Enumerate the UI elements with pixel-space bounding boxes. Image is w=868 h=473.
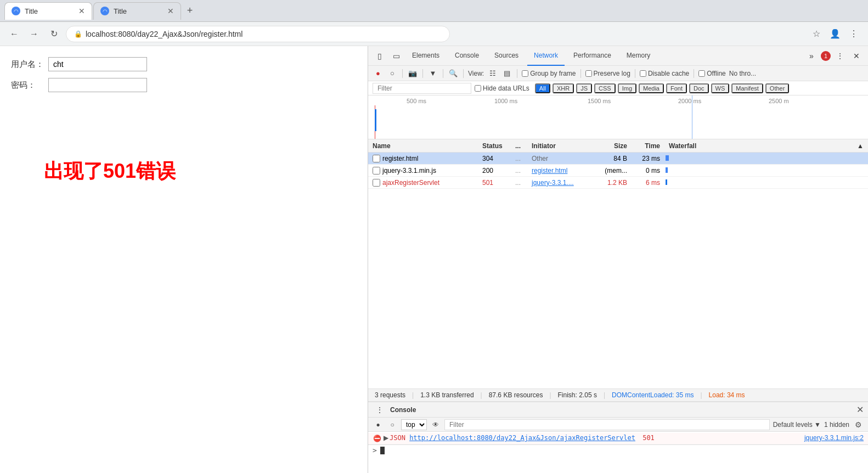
row-2-checkbox[interactable] [373,167,380,174]
console-context-select[interactable]: top [401,419,427,430]
devtools-settings-icon[interactable]: ⋮ [833,49,847,63]
console-error-row[interactable]: ⛔ ▶ JSON http://localhost:8080/day22_Aja… [368,433,868,444]
col-header-size: Size [593,142,632,150]
view-list-icon[interactable]: ☷ [487,68,498,79]
tab-1-close[interactable]: ✕ [78,7,85,15]
tab-elements[interactable]: Elements [405,46,446,66]
filter-manifest-button[interactable]: Manifest [731,83,763,93]
table-row[interactable]: register.html 304 ... Other 84 B 23 ms [368,153,868,165]
row-1-checkbox[interactable] [373,155,380,162]
new-tab-button[interactable]: + [182,3,198,19]
devtools-header: ▯ ▭ Elements Console Sources Network Per… [368,46,868,66]
search-icon[interactable]: 🔍 [448,68,459,79]
preserve-log-checkbox[interactable]: Preserve log [585,70,630,77]
lock-icon: 🔒 [74,30,82,38]
password-row: 密码： [11,78,357,92]
tab-memory[interactable]: Memory [620,46,657,66]
view-label: View: [468,70,484,77]
col-header-status: Status [478,142,511,150]
console-hidden-count: 1 hidden [824,421,849,429]
username-input[interactable] [48,57,147,71]
tab-sources[interactable]: Sources [488,46,525,66]
filter-all-button[interactable]: All [535,83,550,93]
table-row[interactable]: ajaxRegisterServlet 501 ... jquery-3.3.1… [368,177,868,189]
filter-css-button[interactable]: CSS [594,83,616,93]
record-button[interactable]: ● [373,68,384,79]
filter-img-button[interactable]: Img [618,83,636,93]
console-url-link[interactable]: http://localhost:8080/day22_Ajax&Json/aj… [409,434,635,442]
console-source-link[interactable]: jquery-3.3.1.min.js:2 [804,434,864,442]
hide-data-urls-checkbox[interactable]: Hide data URLs [475,85,529,92]
console-eye-icon[interactable]: 👁 [430,419,441,430]
filter-js-button[interactable]: JS [576,83,592,93]
console-levels-select[interactable]: Default levels ▼ [773,421,821,429]
network-table-header: Name Status ... Initiator Size Time Wate… [368,139,868,153]
view-group-icon[interactable]: ▤ [501,68,512,79]
camera-icon[interactable]: 📷 [407,68,418,79]
filter-xhr-button[interactable]: XHR [553,83,574,93]
console-row-text: JSON http://localhost:8080/day22_Ajax&Js… [390,434,804,442]
bookmark-icon[interactable]: ☆ [809,26,824,42]
group-by-frame-checkbox[interactable]: Group by frame [522,70,576,77]
console-filter-input[interactable] [444,419,770,430]
disable-cache-checkbox[interactable]: Disable cache [640,70,689,77]
console-panel: ⋮ Console ✕ ● ○ top 👁 Default levels ▼ 1… [368,402,868,473]
timeline-mark-2000: 2000 ms [678,98,701,104]
row-1-name: register.html [368,155,478,162]
console-content: ⛔ ▶ JSON http://localhost:8080/day22_Aja… [368,432,868,473]
devtools-close-icon[interactable]: ✕ [849,49,864,63]
timeline-mark-1500: 1500 ms [588,98,611,104]
row-3-initiator[interactable]: jquery-3.3.1.... [527,179,593,187]
toolbar-separator-6 [580,69,581,78]
row-2-name: jquery-3.3.1.min.js [368,167,478,174]
filter-doc-button[interactable]: Doc [689,83,709,93]
row-1-time: 23 ms [632,155,664,162]
filter-media-button[interactable]: Media [639,83,664,93]
toolbar-separator-5 [517,69,517,78]
console-clear-icon[interactable]: ● [373,419,384,430]
filter-input[interactable] [373,83,471,94]
password-label: 密码： [11,80,44,91]
forward-button[interactable]: → [26,26,42,42]
console-menu-icon[interactable]: ⋮ [373,403,387,417]
console-close-button[interactable]: ✕ [856,404,864,415]
console-error-icon: ⛔ [373,434,381,443]
menu-icon[interactable]: ⋮ [846,26,861,42]
toolbar-separator-7 [635,69,635,78]
table-row[interactable]: jquery-3.3.1.min.js 200 ... register.htm… [368,165,868,177]
tab-2-close[interactable]: ✕ [167,7,174,15]
tab-console[interactable]: Console [448,46,486,66]
more-tabs-button[interactable]: » [804,49,819,63]
tab-performance[interactable]: Performance [567,46,618,66]
tab-network[interactable]: Network [527,46,565,66]
network-toolbar: ● ○ 📷 ▼ 🔍 View: ☷ ▤ Group by frame Prese… [368,66,868,81]
tab-2[interactable]: ◠ Title ✕ [93,2,181,20]
row-3-dots: ... [511,179,527,187]
row-1-size: 84 B [593,155,632,162]
console-block-icon[interactable]: ○ [387,419,398,430]
password-input[interactable] [48,78,147,92]
tab-1-favicon: ◠ [12,7,20,15]
toolbar-separator-2 [422,69,423,78]
inspect-element-icon[interactable]: ▯ [373,49,387,63]
console-settings-icon[interactable]: ⚙ [853,419,864,430]
console-cursor [380,447,385,454]
username-label: 用户名： [11,59,44,70]
stop-recording-icon[interactable]: ○ [387,68,398,79]
reload-button[interactable]: ↻ [46,26,61,42]
filter-other-button[interactable]: Other [765,83,790,93]
url-bar[interactable]: 🔒 localhost:8080/day22_Ajax&Json/registe… [66,26,450,42]
offline-checkbox[interactable]: Offline [698,70,725,77]
account-icon[interactable]: 👤 [827,26,843,42]
filter-ws-button[interactable]: WS [711,83,730,93]
filter-font-button[interactable]: Font [666,83,687,93]
toolbar-separator-3 [443,69,443,78]
row-3-checkbox[interactable] [373,179,380,187]
tab-1[interactable]: ◠ Title ✕ [4,2,92,20]
console-expand-arrow[interactable]: ▶ [384,434,388,442]
console-header: ⋮ Console ✕ [368,402,868,418]
filter-icon[interactable]: ▼ [427,68,438,79]
back-button[interactable]: ← [7,26,22,42]
device-toggle-icon[interactable]: ▭ [389,49,403,63]
row-2-initiator[interactable]: register.html [527,167,593,174]
